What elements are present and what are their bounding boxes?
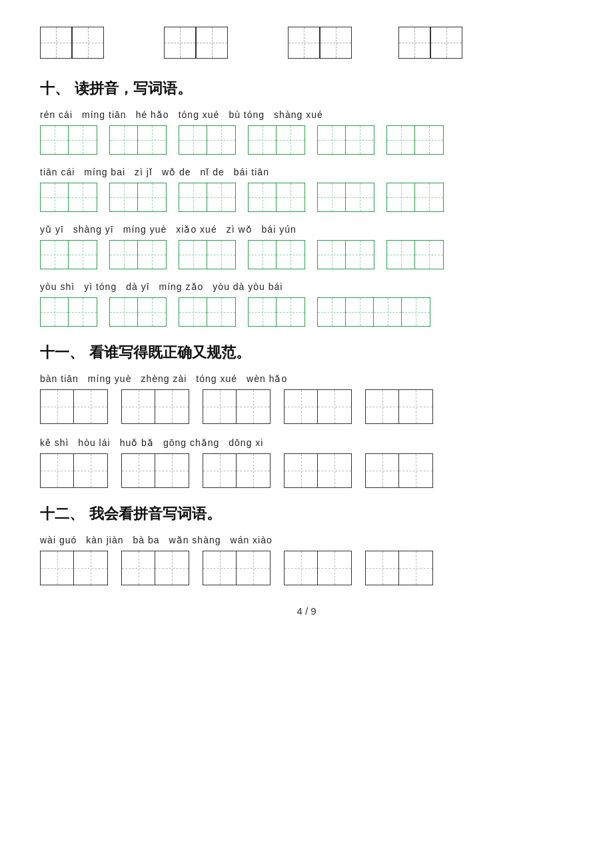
black-group bbox=[203, 453, 271, 488]
write-cell[interactable] bbox=[318, 126, 346, 154]
write-cell[interactable] bbox=[318, 454, 351, 487]
write-cell[interactable] bbox=[179, 298, 207, 326]
write-cell[interactable] bbox=[74, 551, 107, 585]
write-cell[interactable] bbox=[69, 183, 97, 211]
write-cell[interactable] bbox=[402, 298, 430, 326]
write-cell[interactable] bbox=[69, 298, 97, 326]
write-cell[interactable] bbox=[41, 183, 69, 211]
write-cell[interactable] bbox=[155, 390, 189, 423]
write-cell[interactable] bbox=[110, 241, 138, 269]
write-cell[interactable] bbox=[399, 390, 432, 423]
write-cell[interactable] bbox=[318, 551, 351, 585]
write-cell[interactable] bbox=[249, 298, 277, 326]
write-cell[interactable] bbox=[237, 454, 270, 487]
green-group bbox=[40, 240, 97, 269]
write-cell[interactable] bbox=[318, 241, 346, 269]
write-cell[interactable] bbox=[366, 390, 399, 423]
write-cell[interactable] bbox=[366, 454, 399, 487]
write-cell[interactable] bbox=[387, 183, 415, 211]
write-cell[interactable] bbox=[203, 551, 237, 585]
write-cell[interactable] bbox=[122, 454, 155, 487]
write-cell[interactable] bbox=[179, 241, 207, 269]
write-cell[interactable] bbox=[277, 298, 305, 326]
char-box[interactable] bbox=[288, 27, 320, 59]
write-cell[interactable] bbox=[138, 183, 166, 211]
write-cell[interactable] bbox=[138, 298, 166, 326]
write-cell[interactable] bbox=[399, 454, 432, 487]
write-cell[interactable] bbox=[74, 454, 107, 487]
write-cell[interactable] bbox=[41, 126, 69, 154]
write-cell[interactable] bbox=[207, 126, 235, 154]
write-cell[interactable] bbox=[207, 298, 235, 326]
write-cell[interactable] bbox=[346, 241, 374, 269]
write-cell[interactable] bbox=[207, 241, 235, 269]
write-cell[interactable] bbox=[387, 126, 415, 154]
write-cell[interactable] bbox=[41, 241, 69, 269]
write-cell[interactable] bbox=[203, 454, 237, 487]
write-cell[interactable] bbox=[285, 454, 318, 487]
write-cell[interactable] bbox=[249, 241, 277, 269]
write-cell[interactable] bbox=[415, 241, 443, 269]
write-cell[interactable] bbox=[318, 390, 351, 423]
char-box[interactable] bbox=[196, 27, 228, 59]
pinyin-word: míng yuè bbox=[88, 373, 132, 384]
char-box[interactable] bbox=[40, 27, 72, 59]
write-cell[interactable] bbox=[237, 551, 270, 585]
write-cell[interactable] bbox=[346, 126, 374, 154]
write-cell[interactable] bbox=[122, 390, 155, 423]
write-cell[interactable] bbox=[203, 390, 237, 423]
write-cell[interactable] bbox=[122, 551, 155, 585]
write-cell[interactable] bbox=[387, 241, 415, 269]
pinyin-word: kě shì bbox=[40, 437, 69, 448]
pinyin-word: míng yuè bbox=[123, 224, 167, 235]
write-cell[interactable] bbox=[277, 241, 305, 269]
write-cell[interactable] bbox=[110, 298, 138, 326]
page-number: 4 / 9 bbox=[40, 605, 573, 617]
write-cell[interactable] bbox=[155, 551, 189, 585]
char-box[interactable] bbox=[430, 27, 462, 59]
write-cell[interactable] bbox=[110, 126, 138, 154]
write-cell[interactable] bbox=[346, 183, 374, 211]
write-cell[interactable] bbox=[41, 390, 74, 423]
char-box[interactable] bbox=[320, 27, 352, 59]
write-cell[interactable] bbox=[69, 126, 97, 154]
write-cell[interactable] bbox=[277, 126, 305, 154]
write-cell[interactable] bbox=[366, 551, 399, 585]
write-cell[interactable] bbox=[318, 298, 346, 326]
write-cell[interactable] bbox=[41, 454, 74, 487]
write-cell[interactable] bbox=[138, 241, 166, 269]
write-cell[interactable] bbox=[207, 183, 235, 211]
write-cell[interactable] bbox=[285, 551, 318, 585]
write-cell[interactable] bbox=[249, 183, 277, 211]
write-cell[interactable] bbox=[74, 390, 107, 423]
top-box-group-3 bbox=[288, 27, 352, 59]
char-box[interactable] bbox=[164, 27, 196, 59]
write-cell[interactable] bbox=[179, 126, 207, 154]
write-cell[interactable] bbox=[237, 390, 270, 423]
write-cell[interactable] bbox=[155, 454, 189, 487]
green-group bbox=[317, 125, 374, 155]
write-cell[interactable] bbox=[374, 298, 402, 326]
write-cell[interactable] bbox=[318, 183, 346, 211]
write-cell[interactable] bbox=[41, 298, 69, 326]
black-group bbox=[284, 389, 352, 424]
pinyin-word: wài guó bbox=[40, 535, 77, 545]
write-cell[interactable] bbox=[277, 183, 305, 211]
write-cell[interactable] bbox=[41, 551, 74, 585]
write-cell[interactable] bbox=[110, 183, 138, 211]
write-cell[interactable] bbox=[285, 390, 318, 423]
write-cell[interactable] bbox=[179, 183, 207, 211]
write-cell[interactable] bbox=[346, 298, 374, 326]
char-box[interactable] bbox=[398, 27, 430, 59]
write-cell[interactable] bbox=[399, 551, 432, 585]
pinyin-word: kàn jiàn bbox=[86, 535, 123, 545]
section12-title: 我会看拼音写词语。 bbox=[89, 504, 221, 524]
write-cell[interactable] bbox=[138, 126, 166, 154]
char-box[interactable] bbox=[72, 27, 104, 59]
write-cell[interactable] bbox=[249, 126, 277, 154]
top-boxes-section bbox=[40, 27, 573, 59]
write-cell[interactable] bbox=[69, 241, 97, 269]
green-group bbox=[40, 125, 97, 155]
write-cell[interactable] bbox=[415, 126, 443, 154]
write-cell[interactable] bbox=[415, 183, 443, 211]
